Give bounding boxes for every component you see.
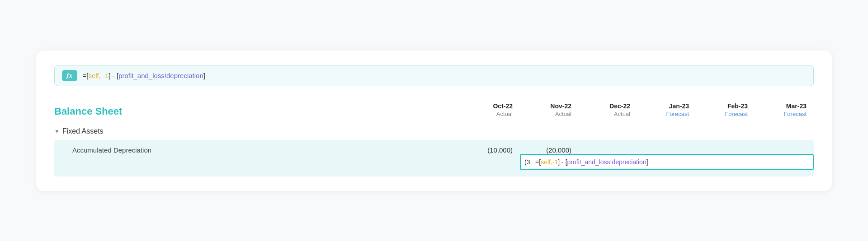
col-period-oct22: Oct-22 bbox=[461, 102, 513, 110]
formula-bar: fx =[self, -1] - [profit_and_loss!deprec… bbox=[54, 65, 814, 86]
col-header-jan23: Jan-23 Forecast bbox=[637, 102, 696, 117]
formula-cell-end: ] bbox=[646, 158, 648, 166]
col-type-mar23: Forecast bbox=[755, 111, 807, 117]
fixed-assets-label: Fixed Assets bbox=[62, 127, 104, 135]
col-type-oct22: Actual bbox=[461, 111, 513, 117]
section-row-fixed-assets: ▼ Fixed Assets bbox=[54, 121, 814, 140]
col-type-nov22: Actual bbox=[520, 111, 571, 117]
col-header-dec22: Dec-22 Actual bbox=[579, 102, 637, 117]
formula-link-ref: profit_and_loss!depreciation bbox=[118, 72, 203, 79]
col-type-jan23: Forecast bbox=[637, 111, 689, 117]
accumulated-depreciation-row: Accumulated Depreciation (10,000) (20,00… bbox=[54, 140, 814, 176]
cell-oct22[interactable]: (10,000) bbox=[461, 146, 520, 154]
col-period-jan23: Jan-23 bbox=[637, 102, 689, 110]
col-header-oct22: Oct-22 Actual bbox=[461, 102, 520, 117]
col-period-feb23: Feb-23 bbox=[696, 102, 748, 110]
cell-nov22[interactable]: (20,000) bbox=[520, 146, 579, 154]
table-header-row: Balance Sheet Oct-22 Actual Nov-22 Actua… bbox=[54, 102, 814, 121]
cell-formula-jan23[interactable]: (3 =[self,-1] - [profit_and_loss!depreci… bbox=[520, 154, 814, 170]
accumulated-depreciation-label: Accumulated Depreciation bbox=[54, 146, 461, 154]
formula-self-ref: self, -1 bbox=[88, 72, 108, 79]
col-header-mar23: Mar-23 Forecast bbox=[755, 102, 814, 117]
section-label-fixed-assets[interactable]: ▼ Fixed Assets bbox=[54, 127, 461, 135]
formula-cell-text: =[ bbox=[533, 158, 541, 166]
col-period-mar23: Mar-23 bbox=[755, 102, 807, 110]
formula-cell-self: self,-1 bbox=[541, 158, 558, 166]
col-period-nov22: Nov-22 bbox=[520, 102, 571, 110]
col-type-dec22: Actual bbox=[579, 111, 630, 117]
col-header-feb23: Feb-23 Forecast bbox=[696, 102, 755, 117]
main-container: fx =[self, -1] - [profit_and_loss!deprec… bbox=[36, 51, 832, 191]
fx-icon: fx bbox=[62, 70, 77, 81]
table-section: Balance Sheet Oct-22 Actual Nov-22 Actua… bbox=[54, 102, 814, 176]
col-type-feb23: Forecast bbox=[696, 111, 748, 117]
sheet-title: Balance Sheet bbox=[54, 106, 461, 117]
col-period-dec22: Dec-22 bbox=[579, 102, 630, 110]
formula-cell-link: profit_and_loss!depreciation bbox=[567, 158, 646, 166]
formula-cell-partial: (3 bbox=[524, 158, 533, 166]
formula-text: =[self, -1] - [profit_and_loss!depreciat… bbox=[83, 72, 205, 79]
col-header-nov22: Nov-22 Actual bbox=[520, 102, 579, 117]
formula-cell-mid: ] - [ bbox=[558, 158, 567, 166]
chevron-icon: ▼ bbox=[54, 128, 60, 134]
